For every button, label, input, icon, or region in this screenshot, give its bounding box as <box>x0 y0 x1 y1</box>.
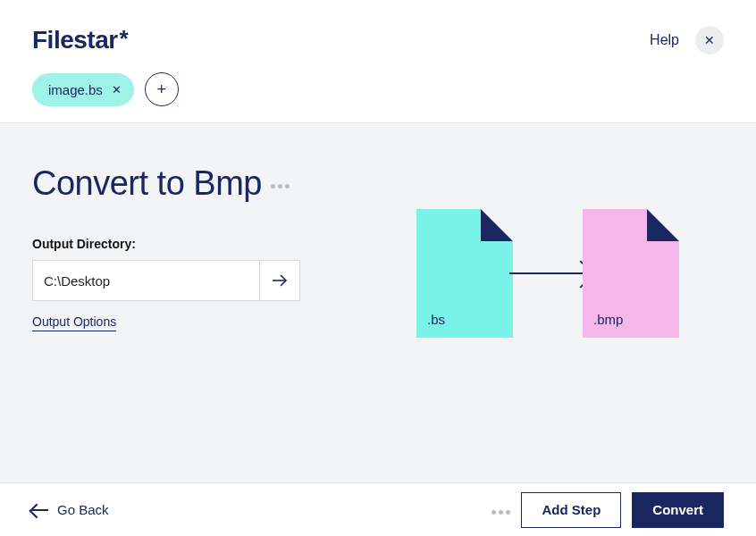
dot-icon <box>499 510 503 515</box>
output-directory-input[interactable] <box>32 260 259 301</box>
destination-file-icon: .bmp <box>583 209 679 338</box>
conversion-illustration: .bs .bmp <box>372 164 724 482</box>
file-chip[interactable]: image.bs ✕ <box>32 73 134 106</box>
go-back-button[interactable]: Go Back <box>32 502 109 517</box>
header-top-row: Filestar* Help ✕ <box>32 25 724 54</box>
destination-extension-label: .bmp <box>593 312 623 327</box>
help-link[interactable]: Help <box>650 32 679 48</box>
add-step-button[interactable]: Add Step <box>521 492 621 528</box>
dot-icon <box>506 510 510 515</box>
dot-icon <box>271 184 275 188</box>
docs-group: .bs .bmp <box>416 209 679 338</box>
plus-icon: + <box>157 80 167 99</box>
close-icon: ✕ <box>704 33 715 47</box>
output-options-link[interactable]: Output Options <box>32 314 116 331</box>
dot-icon <box>278 184 282 188</box>
header: Filestar* Help ✕ image.bs ✕ + <box>0 0 756 122</box>
footer: Go Back Add Step Convert <box>0 482 756 536</box>
title-row: Convert to Bmp <box>32 164 336 203</box>
source-file-icon: .bs <box>416 209 513 338</box>
page-title: Convert to Bmp <box>32 164 262 203</box>
source-extension-label: .bs <box>427 312 445 327</box>
arrow-right-icon <box>509 272 590 274</box>
close-button[interactable]: ✕ <box>695 26 724 54</box>
main-area: Convert to Bmp Output Directory: Output … <box>0 122 756 482</box>
dot-icon <box>491 510 496 515</box>
file-row: image.bs ✕ + <box>32 72 724 122</box>
brand-logo: Filestar* <box>32 25 128 54</box>
footer-actions: Add Step Convert <box>491 492 724 528</box>
brand-name: Filestar <box>32 26 118 54</box>
dot-icon <box>285 184 290 188</box>
browse-directory-button[interactable] <box>259 260 300 301</box>
footer-more-button[interactable] <box>491 505 510 515</box>
add-file-button[interactable]: + <box>145 72 179 106</box>
more-options-button[interactable] <box>271 179 290 188</box>
arrow-left-icon <box>32 509 48 511</box>
settings-column: Convert to Bmp Output Directory: Output … <box>32 164 336 482</box>
output-directory-label: Output Directory: <box>32 237 336 251</box>
remove-file-icon[interactable]: ✕ <box>112 83 122 96</box>
output-directory-row <box>32 260 300 301</box>
arrow-right-icon <box>272 274 288 287</box>
file-chip-label: image.bs <box>48 82 103 97</box>
page-fold-icon <box>647 209 679 241</box>
convert-button[interactable]: Convert <box>632 492 724 528</box>
header-actions: Help ✕ <box>650 26 724 54</box>
page-fold-icon <box>481 209 513 241</box>
go-back-label: Go Back <box>57 502 109 517</box>
brand-star-icon: * <box>120 25 129 52</box>
